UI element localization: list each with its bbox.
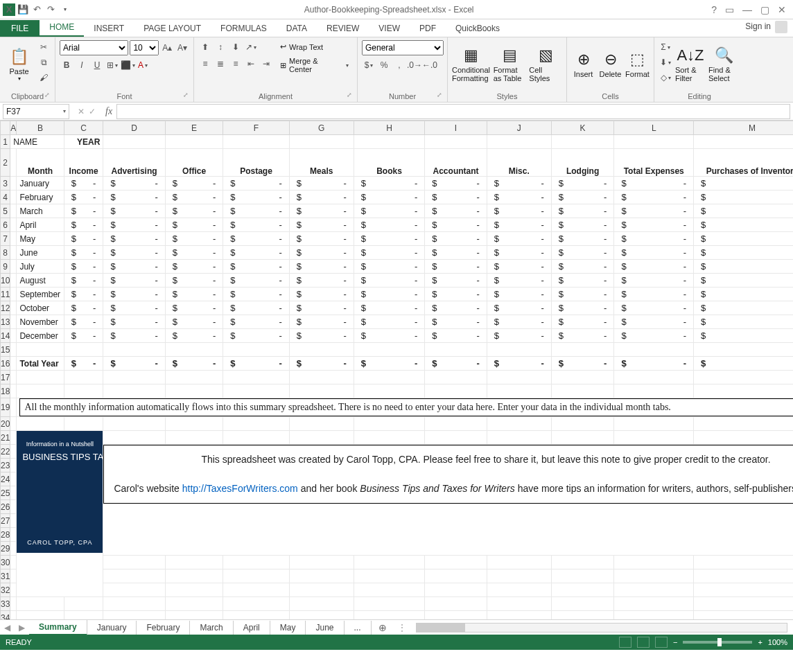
font-size-select[interactable]: 10 bbox=[130, 40, 159, 55]
formula-input[interactable] bbox=[116, 104, 790, 119]
row-header[interactable]: 15 bbox=[1, 343, 10, 357]
cell[interactable] bbox=[165, 135, 223, 149]
align-middle-icon[interactable]: ↕ bbox=[214, 40, 227, 54]
cell[interactable]: $- bbox=[64, 218, 103, 232]
cell[interactable]: Advertising bbox=[103, 149, 165, 177]
cell[interactable]: $- bbox=[223, 232, 289, 246]
row-header[interactable]: 20 bbox=[1, 417, 10, 431]
cell[interactable] bbox=[223, 611, 289, 620]
cell[interactable] bbox=[551, 384, 614, 398]
cell[interactable] bbox=[551, 597, 614, 611]
tab-formulas[interactable]: FORMULAS bbox=[211, 20, 277, 37]
cell[interactable] bbox=[289, 611, 354, 620]
cell[interactable]: $- bbox=[165, 329, 223, 343]
cell[interactable]: Total Year bbox=[17, 357, 64, 371]
col-header[interactable]: C bbox=[64, 121, 103, 135]
cell-styles-button[interactable]: ▧Cell Styles bbox=[529, 40, 562, 87]
cell[interactable] bbox=[354, 431, 425, 445]
cell[interactable] bbox=[425, 384, 487, 398]
cell[interactable] bbox=[694, 583, 793, 597]
cell[interactable]: $- bbox=[614, 329, 694, 343]
zoom-slider[interactable] bbox=[683, 641, 752, 644]
cell[interactable] bbox=[223, 431, 289, 445]
conditional-formatting-button[interactable]: ▦Conditional Formatting bbox=[452, 40, 491, 87]
cell[interactable] bbox=[10, 472, 17, 486]
close-icon[interactable]: ✕ bbox=[778, 4, 786, 15]
cell[interactable] bbox=[487, 371, 551, 384]
cell[interactable]: $- bbox=[487, 204, 551, 218]
cell[interactable]: $- bbox=[487, 232, 551, 246]
cell[interactable]: $- bbox=[165, 274, 223, 288]
cell[interactable] bbox=[289, 343, 354, 357]
cell[interactable] bbox=[425, 611, 487, 620]
cell[interactable] bbox=[10, 177, 17, 191]
sheet-tab-summary[interactable]: Summary bbox=[29, 620, 87, 635]
cell[interactable] bbox=[289, 431, 354, 445]
cell[interactable]: $- bbox=[354, 191, 425, 204]
cell[interactable] bbox=[614, 569, 694, 583]
cell[interactable]: $- bbox=[103, 177, 165, 191]
cell[interactable]: $- bbox=[487, 274, 551, 288]
cell[interactable] bbox=[10, 218, 17, 232]
decrease-font-icon[interactable]: A▾ bbox=[175, 41, 189, 55]
cell[interactable] bbox=[10, 260, 17, 274]
ribbon-options-icon[interactable]: ▭ bbox=[725, 4, 734, 15]
cell[interactable] bbox=[354, 597, 425, 611]
cell[interactable]: $- bbox=[354, 301, 425, 315]
zoom-out-icon[interactable]: − bbox=[673, 638, 677, 646]
cell[interactable]: $- bbox=[64, 274, 103, 288]
cell[interactable]: $- bbox=[289, 191, 354, 204]
cell[interactable] bbox=[354, 371, 425, 384]
cell[interactable]: $- bbox=[64, 246, 103, 260]
cell[interactable]: Books bbox=[354, 149, 425, 177]
orientation-icon[interactable]: ↗ bbox=[244, 40, 258, 54]
row-header[interactable]: 13 bbox=[1, 315, 10, 329]
row-header[interactable]: 6 bbox=[1, 218, 10, 232]
align-top-icon[interactable]: ⬆ bbox=[198, 40, 212, 54]
cell[interactable]: Month bbox=[17, 149, 64, 177]
cell[interactable] bbox=[487, 417, 551, 431]
row-header[interactable]: 27 bbox=[1, 514, 10, 528]
cell[interactable]: $- bbox=[103, 329, 165, 343]
cell[interactable]: $- bbox=[551, 260, 614, 274]
cell[interactable]: $- bbox=[551, 329, 614, 343]
cell[interactable]: $- bbox=[354, 204, 425, 218]
save-icon[interactable]: 💾 bbox=[17, 3, 29, 16]
cell[interactable]: $- bbox=[165, 288, 223, 301]
cell[interactable] bbox=[10, 329, 17, 343]
cell[interactable] bbox=[694, 135, 793, 149]
cell[interactable]: $- bbox=[694, 301, 793, 315]
cell[interactable]: $- bbox=[694, 274, 793, 288]
cell[interactable]: $- bbox=[551, 204, 614, 218]
cell[interactable] bbox=[551, 135, 614, 149]
cell[interactable]: $- bbox=[551, 191, 614, 204]
col-header[interactable]: E bbox=[165, 121, 223, 135]
cell[interactable]: $- bbox=[223, 204, 289, 218]
wrap-text-button[interactable]: ↩ Wrap Text bbox=[276, 40, 353, 53]
find-select-button[interactable]: 🔍Find & Select bbox=[708, 40, 739, 87]
qat-customize-icon[interactable] bbox=[58, 3, 71, 16]
cell[interactable]: $- bbox=[103, 246, 165, 260]
maximize-icon[interactable]: ▢ bbox=[760, 4, 769, 15]
border-icon[interactable]: ⊞ bbox=[105, 58, 119, 72]
cell[interactable] bbox=[614, 384, 694, 398]
cell[interactable]: $- bbox=[614, 301, 694, 315]
cell[interactable] bbox=[10, 232, 17, 246]
row-header[interactable]: 17 bbox=[1, 371, 10, 384]
delete-cells-button[interactable]: ⊖Delete bbox=[598, 40, 622, 87]
cell[interactable] bbox=[64, 371, 103, 384]
cell[interactable]: May bbox=[17, 232, 64, 246]
col-header[interactable]: B bbox=[17, 121, 64, 135]
cell[interactable] bbox=[10, 500, 17, 514]
cell[interactable]: $- bbox=[551, 177, 614, 191]
cell[interactable] bbox=[614, 135, 694, 149]
row-header[interactable]: 32 bbox=[1, 583, 10, 597]
cell[interactable] bbox=[10, 569, 17, 583]
cell[interactable] bbox=[165, 583, 223, 597]
cell[interactable] bbox=[10, 246, 17, 260]
cell[interactable]: $- bbox=[487, 177, 551, 191]
cell[interactable] bbox=[10, 301, 17, 315]
cell[interactable]: $- bbox=[614, 177, 694, 191]
row-header[interactable]: 28 bbox=[1, 528, 10, 542]
cell[interactable] bbox=[103, 431, 165, 445]
